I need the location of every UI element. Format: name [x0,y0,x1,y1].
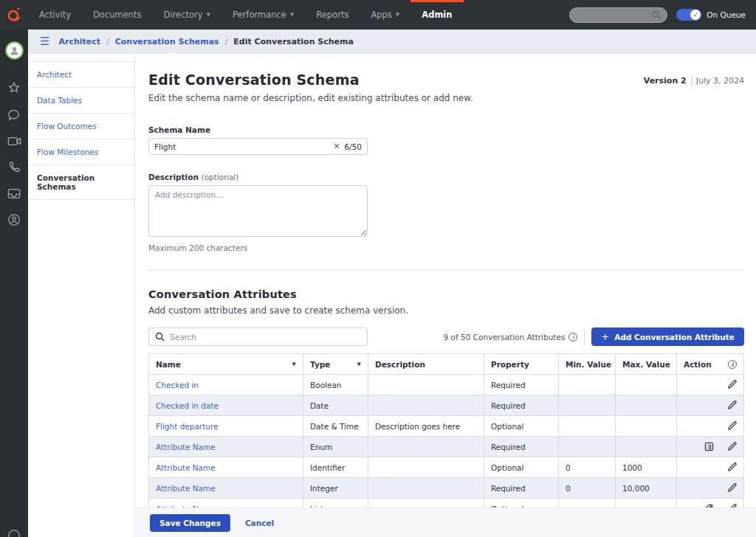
clear-input-icon[interactable]: ✕ [329,142,344,151]
favorites-star-icon[interactable] [7,81,21,94]
edit-pencil-icon[interactable] [727,401,737,410]
nav-label: Apps [371,10,391,20]
attributes-search-field[interactable] [148,328,368,346]
global-search[interactable] [569,7,667,23]
attribute-name-link[interactable]: Attribute Name [156,443,216,451]
save-changes-button[interactable]: Save Changes [150,514,230,532]
enum-list-icon[interactable] [704,442,714,451]
column-header-max-value: Max. Value [616,354,677,374]
attribute-count: 9 of 50 Conversation Attributesi [444,333,578,342]
description-textarea[interactable] [148,185,368,237]
global-search-input[interactable] [576,11,652,19]
version-info: Version 2July 3, 2024 [644,76,744,86]
section-divider [148,270,744,271]
nav-item-directory[interactable]: Directory▼ [153,0,221,30]
nav-label: Directory [164,10,203,20]
column-label: Max. Value [622,360,670,369]
subnav-item-conversation-schemas[interactable]: Conversation Schemas [28,165,134,200]
inbox-icon[interactable] [7,188,21,199]
user-avatar[interactable] [5,41,24,60]
edit-pencil-icon[interactable] [727,462,737,472]
attribute-property: Required [491,484,526,493]
breadcrumb-current-page: Edit Conversation Schema [233,37,354,46]
on-queue-toggle[interactable]: ✓ [676,9,701,21]
chevron-down-icon: ▼ [396,12,399,18]
toolbar-divider [584,329,585,345]
nav-item-apps[interactable]: Apps▼ [360,0,410,30]
column-header-description: Description [368,354,484,374]
genesys-logo [0,0,28,30]
edit-pencil-icon[interactable] [727,421,737,431]
column-header-property: Property [484,354,559,374]
character-counter: 6/50 [344,142,362,151]
column-label: Description [375,360,425,369]
column-header-name[interactable]: Name▼ [149,354,303,374]
attribute-property: Required [491,443,526,451]
attribute-max-value: 10,000 [622,484,650,493]
chevron-down-icon: ▼ [290,12,294,18]
chat-icon[interactable] [7,108,21,122]
table-row: Checked in Boolean Required [149,375,743,395]
schema-name-label: Schema Name [148,125,744,134]
attribute-count-text: 9 of 50 Conversation Attributes [444,333,566,342]
nav-item-performance[interactable]: Performance▼ [221,0,305,30]
cancel-button[interactable]: Cancel [245,519,274,527]
attribute-name-link[interactable]: Flight departure [156,422,219,431]
subnav-item-flow-milestones[interactable]: Flow Milestones [28,139,134,165]
breadcrumb-separator: / [225,37,228,46]
attribute-min-value: 0 [566,463,571,472]
filter-caret-icon[interactable]: ▼ [292,361,296,367]
add-conversation-attribute-button[interactable]: + Add Conversation Attribute [591,328,744,346]
attributes-search-input[interactable] [170,333,361,342]
edit-pencil-icon[interactable] [727,483,737,493]
column-label: Min. Value [566,360,611,369]
nav-item-reports[interactable]: Reports [305,0,360,30]
description-label: Description [148,173,199,181]
edit-pencil-icon[interactable] [727,442,737,451]
column-header-type[interactable]: Type▼ [303,354,368,374]
column-label: Property [491,360,529,369]
schema-name-input[interactable] [154,142,329,151]
contacts-icon[interactable] [7,213,21,226]
top-nav-bar: Activity Documents Directory▼ Performanc… [0,0,756,30]
search-icon [652,10,661,19]
attribute-property: Optional [491,422,523,431]
top-nav-items: Activity Documents Directory▼ Performanc… [28,0,464,30]
table-header-row: Name▼ Type▼ Description Property Min. Va… [149,354,743,375]
hamburger-menu-icon[interactable]: ☰ [40,36,49,47]
filter-caret-icon[interactable]: ▼ [357,361,361,367]
attribute-type: Date & Time [310,422,359,431]
table-row: Attribute Name Integer Required 0 10,000 [149,478,743,499]
edit-pencil-icon[interactable] [727,380,737,389]
toggle-knob-check-icon: ✓ [690,10,701,20]
person-icon [9,45,20,56]
subnav-item-flow-outcomes[interactable]: Flow Outcomes [28,114,134,139]
page-subtitle: Edit the schema name or description, edi… [148,93,744,103]
attribute-name-link[interactable]: Checked in date [156,401,219,410]
nav-label: Admin [422,10,452,20]
help-icon[interactable] [7,529,21,537]
attributes-heading: Conversation Attributes [148,288,744,300]
video-call-icon[interactable] [7,136,21,147]
subnav-item-data-tables[interactable]: Data Tables [28,88,134,114]
info-icon[interactable]: i [728,360,737,369]
column-label: Type [310,360,330,369]
phone-icon[interactable] [7,161,21,174]
description-hint: Maximum 200 characters [148,243,744,252]
nav-item-documents[interactable]: Documents [82,0,153,30]
chevron-down-icon: ▼ [207,12,210,18]
attribute-name-link[interactable]: Attribute Name [156,463,216,472]
subnav-item-architect[interactable]: Architect [28,61,134,88]
page-title: Edit Conversation Schema [148,72,360,88]
breadcrumb-link-architect[interactable]: Architect [58,37,100,46]
schema-name-field: ✕ 6/50 [148,138,368,155]
version-label: Version 2 [644,76,687,86]
breadcrumb-link-conversation-schemas[interactable]: Conversation Schemas [115,37,219,46]
nav-item-activity[interactable]: Activity [28,0,82,30]
search-icon [155,332,165,342]
attribute-name-link[interactable]: Checked in [156,381,199,389]
nav-item-admin[interactable]: Admin [410,0,463,30]
info-icon[interactable]: i [568,333,577,342]
attribute-name-link[interactable]: Attribute Name [156,484,216,493]
breadcrumb-separator: / [106,37,109,46]
